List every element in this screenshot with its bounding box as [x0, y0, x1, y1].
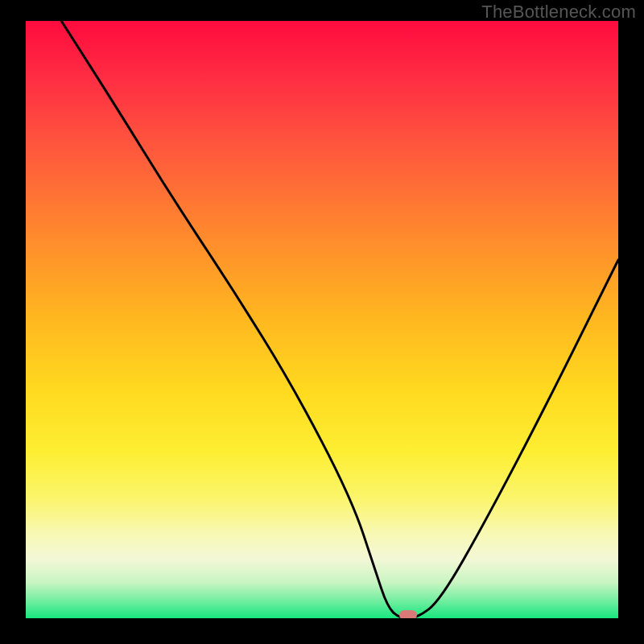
curve-path [61, 21, 618, 618]
plot-area [26, 21, 618, 618]
optimum-marker [399, 610, 417, 618]
watermark-text: TheBottleneck.com [481, 2, 636, 23]
bottleneck-curve [26, 21, 618, 618]
chart-frame: TheBottleneck.com [0, 0, 644, 644]
